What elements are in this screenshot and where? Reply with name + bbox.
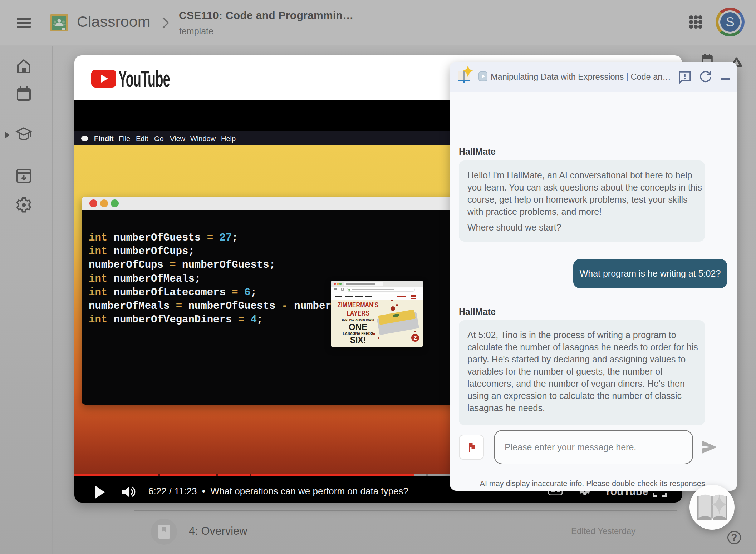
svg-text:YouTube: YouTube xyxy=(118,69,170,88)
